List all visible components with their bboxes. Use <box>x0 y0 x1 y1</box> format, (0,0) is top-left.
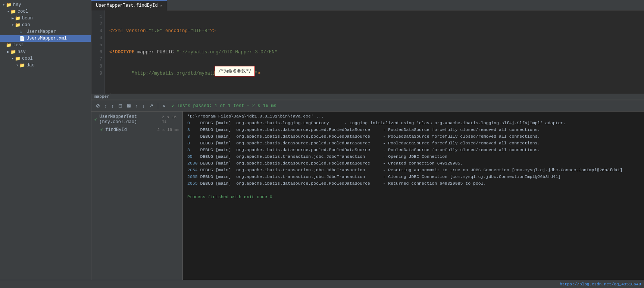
sidebar-item-bean[interactable]: ▶ 📁 bean <box>0 15 91 22</box>
arrow-hsy2: ▶ <box>6 50 10 54</box>
label-cool: cool <box>18 9 28 14</box>
sidebar-item-usersmapperxml[interactable]: 📄 UsersMapper.xml <box>0 35 91 42</box>
panel-btn-up[interactable]: ↑ <box>134 102 140 109</box>
tab-label: UserMapperTest.findById <box>96 3 158 8</box>
panel-btn-export[interactable]: ↗ <box>148 102 155 109</box>
panel-btn-down[interactable]: ↓ <box>141 102 147 109</box>
content-area: UserMapperTest.findById ✕ 1 2 3 4 5 6 7 … <box>91 0 644 280</box>
sidebar-item-test[interactable]: 📁 test <box>0 42 91 48</box>
label-usersmapperxml: UsersMapper.xml <box>26 36 67 41</box>
label-cool2: cool <box>22 56 33 61</box>
xml-icon-usersmapperxml: 📄 <box>19 36 25 41</box>
test-label-findById: findById <box>105 127 127 132</box>
folder-icon-dao2: 📁 <box>19 63 25 68</box>
code-line-3: "http://mybatis.org/dtd/mybatis-3-mapper… <box>109 70 644 77</box>
console-line-6: 2030 DEBUG [main] org.apache.ibatis.data… <box>187 160 640 167</box>
arrow-cool: ▾ <box>6 9 10 14</box>
test-item-userMapperTest[interactable]: ✔ UserMapperTest (hsy.cool.dao) 2 s 16 m… <box>91 113 182 126</box>
tab-bar: UserMapperTest.findById ✕ <box>91 0 644 10</box>
sidebar-item-hsy[interactable]: ▾ 📁 hsy <box>0 1 91 8</box>
breadcrumb-bar: mapper <box>91 94 644 100</box>
status-link[interactable]: https://blog.csdn.net/qq_43518648 <box>560 282 641 287</box>
console-line-7: 2054 DEBUG [main] org.apache.ibatis.tran… <box>187 167 640 173</box>
folder-icon-hsy2: 📁 <box>10 49 16 54</box>
check-icon-findById: ✔ <box>100 127 103 132</box>
check-icon-userMapperTest: ✔ <box>94 117 97 122</box>
test-time-findById: 2 s 16 ms <box>157 128 179 132</box>
java-icon-usersmapper: ☕ <box>19 29 25 34</box>
sidebar-item-cool[interactable]: ▾ 📁 cool <box>0 8 91 15</box>
folder-icon-hsy: 📁 <box>6 2 12 7</box>
console-output[interactable]: 'D:\Program Files\Java\jdk1.8.0_131\bin\… <box>183 112 644 280</box>
tooltip-annotation: /*为命名参数*/ <box>215 66 255 76</box>
test-item-findById[interactable]: ✔ findById 2 s 16 ms <box>91 126 182 134</box>
panel-toolbar: ⊘ ↕ ↕ ⊟ ⊠ ↑ ↓ ↗ » ✔ Tests passed: 1 of 1… <box>91 100 644 112</box>
code-line-1: <?xml version="1.0" encoding="UTF-8"?> <box>109 28 644 35</box>
console-line-8: 2055 DEBUG [main] org.apache.ibatis.tran… <box>187 173 640 180</box>
console-line-3: 8 DEBUG [main] org.apache.ibatis.datasou… <box>187 140 640 147</box>
console-line-cmd: 'D:\Program Files\Java\jdk1.8.0_131\bin\… <box>187 113 640 120</box>
sidebar-item-dao[interactable]: ▾ 📁 dao <box>0 22 91 28</box>
console-line-exit: Process finished with exit code 0 <box>187 194 640 200</box>
code-content[interactable]: <?xml version="1.0" encoding="UTF-8"?> <… <box>105 10 644 94</box>
panel-btn-stop[interactable]: ⊘ <box>94 102 101 109</box>
sidebar-item-dao2[interactable]: ▾ 📁 dao <box>0 62 91 69</box>
panel-btn-sort-desc[interactable]: ↕ <box>110 102 116 109</box>
console-line-5: 65 DEBUG [main] org.apache.ibatis.transa… <box>187 153 640 160</box>
console-line-9: 2055 DEBUG [main] org.apache.ibatis.data… <box>187 180 640 187</box>
bottom-panel: ⊘ ↕ ↕ ⊟ ⊠ ↑ ↓ ↗ » ✔ Tests passed: 1 of 1… <box>91 100 644 280</box>
label-dao2: dao <box>26 63 35 68</box>
label-bean: bean <box>22 16 33 21</box>
folder-icon-test: 📁 <box>6 43 12 48</box>
code-editor[interactable]: 1 2 3 4 5 6 7 8 9 <?xml version="1.0" en… <box>91 10 644 94</box>
folder-icon-dao: 📁 <box>15 22 21 28</box>
tab-usermappertest[interactable]: UserMapperTest.findById ✕ <box>91 0 167 10</box>
arrow-hsy: ▾ <box>1 3 6 7</box>
sidebar-item-cool2[interactable]: ▾ 📁 cool <box>0 55 91 62</box>
label-usersmapper: UsersMapper <box>26 29 56 34</box>
label-dao: dao <box>22 22 30 28</box>
label-hsy: hsy <box>13 2 21 7</box>
arrow-usersmapperxml <box>15 37 19 41</box>
editor-area: 1 2 3 4 5 6 7 8 9 <?xml version="1.0" en… <box>91 10 644 100</box>
folder-icon-bean: 📁 <box>15 16 21 21</box>
code-line-2: <!DOCTYPE mapper PUBLIC "-//mybatis.org/… <box>109 49 644 56</box>
label-test: test <box>13 43 24 48</box>
panel-btn-sort-asc[interactable]: ↕ <box>103 102 109 109</box>
test-label-userMapperTest: UserMapperTest (hsy.cool.dao) <box>99 114 162 125</box>
panel-btn-filter[interactable]: ⊟ <box>117 102 124 109</box>
arrow-dao2: ▾ <box>15 63 19 68</box>
panel-content: ✔ UserMapperTest (hsy.cool.dao) 2 s 16 m… <box>91 112 644 280</box>
arrow-test <box>1 43 6 47</box>
label-hsy2: hsy <box>18 49 26 54</box>
arrow-cool2: ▾ <box>10 56 15 61</box>
panel-btn-more[interactable]: » <box>161 102 167 109</box>
toolbar-separator <box>158 103 158 109</box>
sidebar-item-hsy2[interactable]: ▶ 📁 hsy <box>0 48 91 55</box>
console-line-1: 8 DEBUG [main] org.apache.ibatis.datasou… <box>187 126 640 133</box>
tab-close-btn[interactable]: ✕ <box>160 3 162 8</box>
arrow-dao: ▾ <box>10 23 15 27</box>
sidebar-tree: ▾ 📁 hsy ▾ 📁 cool ▶ 📁 bean ▾ <box>0 0 91 70</box>
sidebar-item-usersmapper[interactable]: ☕ UsersMapper <box>0 28 91 35</box>
breadcrumb-text: mapper <box>94 94 109 99</box>
folder-icon-cool: 📁 <box>10 9 16 14</box>
test-time-userMapperTest: 2 s 16 ms <box>162 115 179 124</box>
arrow-bean: ▶ <box>10 16 15 21</box>
sidebar: ▾ 📁 hsy ▾ 📁 cool ▶ 📁 bean ▾ <box>0 0 91 280</box>
console-line-4: 8 DEBUG [main] org.apache.ibatis.datasou… <box>187 147 640 153</box>
panel-btn-filter2[interactable]: ⊠ <box>125 102 132 109</box>
console-line-2: 8 DEBUG [main] org.apache.ibatis.datasou… <box>187 133 640 140</box>
folder-icon-cool2: 📁 <box>15 56 21 61</box>
console-line-0: 0 DEBUG [main] org.apache.ibatis.logging… <box>187 120 640 126</box>
status-bar: https://blog.csdn.net/qq_43518648 <box>0 280 644 288</box>
pass-badge: ✔ Tests passed: 1 of 1 test – 2 s 16 ms <box>172 103 276 109</box>
code-line-4: ⚠ <box>109 91 644 94</box>
test-tree: ✔ UserMapperTest (hsy.cool.dao) 2 s 16 m… <box>91 112 183 280</box>
line-numbers: 1 2 3 4 5 6 7 8 9 <box>91 10 105 94</box>
console-line-blank <box>187 187 640 194</box>
arrow-usersmapper <box>15 30 19 34</box>
